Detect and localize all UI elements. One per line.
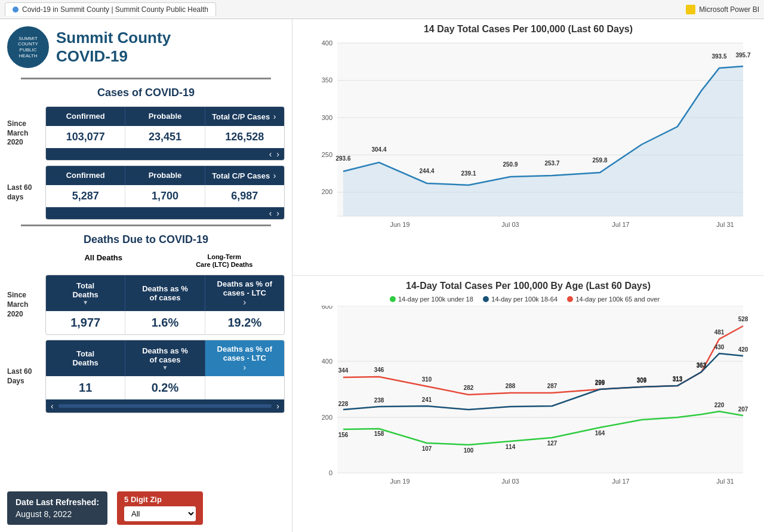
legend-under18: 14-day per 100k under 18	[390, 296, 473, 303]
powerbi-icon	[686, 5, 695, 14]
svg-text:313: 313	[673, 376, 683, 383]
nav-next-60[interactable]: ›	[274, 208, 282, 218]
ltc-scroll-btn-60[interactable]: ›	[242, 362, 247, 372]
confirmed-since-val: 103,077	[46, 126, 125, 148]
svg-text:244.4: 244.4	[419, 168, 434, 174]
legend-18-64: 14-day per 100k 18-64	[483, 296, 557, 303]
chart1-svg: 400 350 300 250 200 Jun 19 Jul 03 Jul 17…	[302, 37, 754, 228]
svg-text:207: 207	[738, 406, 748, 413]
total-deaths-60-val: 11	[46, 376, 125, 399]
legend-under18-dot	[390, 296, 396, 302]
chart1-title: 14 Day Total Cases Per 100,000 (Last 60 …	[302, 24, 754, 35]
deaths-pct-since-val: 1.6%	[125, 311, 205, 334]
svg-text:164: 164	[595, 430, 605, 436]
svg-text:Jun 19: Jun 19	[390, 221, 409, 228]
legend-18-64-label: 14-day per 100k 18-64	[491, 296, 557, 303]
nav-prev-since[interactable]: ‹	[267, 149, 275, 159]
svg-text:310: 310	[422, 376, 432, 383]
svg-text:287: 287	[547, 383, 557, 389]
col-scroll-btn[interactable]: ›	[272, 112, 278, 121]
ltc-nav-row: ‹ ›	[46, 399, 284, 413]
chart2-container: 14-Day Total Cases Per 100,000 By Age (L…	[292, 276, 764, 532]
left-panel: SUMMITCOUNTYPUBLICHEALTH Summit County C…	[0, 19, 292, 532]
svg-text:239.1: 239.1	[461, 170, 476, 177]
svg-rect-26	[337, 306, 743, 473]
svg-text:250: 250	[322, 151, 332, 158]
col-total-cp-60: Total C/P Cases ›	[205, 166, 284, 185]
svg-text:200: 200	[322, 414, 332, 421]
svg-text:250.9: 250.9	[503, 161, 517, 168]
svg-text:309: 309	[637, 377, 647, 384]
svg-text:253.7: 253.7	[544, 160, 559, 167]
svg-text:107: 107	[422, 445, 432, 452]
powerbi-tab: Microsoft Power BI	[686, 5, 759, 14]
svg-text:220: 220	[714, 402, 725, 408]
all-deaths-label: All Deaths	[43, 253, 164, 269]
nav-prev-60[interactable]: ‹	[267, 208, 275, 218]
last60-deaths-label: Last 60Days	[7, 340, 43, 413]
svg-text:156: 156	[338, 432, 349, 438]
total-cp-since-val: 126,528	[205, 126, 284, 148]
browser-tab[interactable]: Covid-19 in Summit County | Summit Count…	[5, 2, 216, 16]
date-value: August 8, 2022	[16, 509, 99, 519]
svg-text:238: 238	[374, 397, 384, 404]
svg-text:600: 600	[322, 306, 332, 310]
cases-header-row-60: Confirmed Probable Total C/P Cases ›	[46, 166, 284, 185]
svg-text:350: 350	[322, 76, 332, 84]
last60-deaths-row: Last 60Days TotalDeaths Deaths as %of ca…	[7, 340, 285, 413]
svg-text:Jul 03: Jul 03	[501, 478, 519, 485]
ltc-next-btn[interactable]: ›	[274, 401, 282, 411]
deaths-values-60: 11 0.2%	[46, 376, 284, 399]
legend-65plus-label: 14-day per 100k 65 and over	[575, 296, 660, 303]
probable-since-val: 23,451	[125, 126, 205, 148]
deaths-pct-ltc-60-header: Deaths as % ofcases - LTC ›	[205, 340, 284, 376]
col-scroll-btn-60[interactable]: ›	[272, 171, 278, 180]
main-content: SUMMITCOUNTYPUBLICHEALTH Summit County C…	[0, 19, 764, 532]
tab-label: Covid-19 in Summit County | Summit Count…	[22, 5, 208, 14]
deaths-pct-60-val: 0.2%	[125, 376, 205, 399]
chart2-legend: 14-day per 100k under 18 14-day per 100k…	[302, 294, 754, 305]
svg-text:Jul 31: Jul 31	[716, 221, 734, 228]
zip-select[interactable]: All	[124, 506, 196, 521]
svg-text:114: 114	[506, 444, 516, 450]
deaths-col-labels: All Deaths Long-TermCare (LTC) Deaths	[43, 253, 285, 269]
ltc-prev-btn[interactable]: ‹	[48, 401, 56, 411]
ltc-scroll-btn[interactable]: ›	[242, 297, 247, 307]
right-panel: 14 Day Total Cases Per 100,000 (Last 60 …	[292, 19, 764, 532]
bottom-bar: Date Last Refreshed: August 8, 2022 5 Di…	[7, 487, 285, 525]
svg-text:400: 400	[322, 358, 332, 365]
svg-text:400: 400	[322, 39, 332, 47]
svg-text:393.5: 393.5	[711, 53, 726, 60]
since-label: SinceMarch2020	[7, 106, 43, 161]
svg-text:Jun 19: Jun 19	[390, 478, 409, 485]
svg-text:430: 430	[714, 344, 725, 350]
svg-text:Jul 17: Jul 17	[612, 478, 629, 485]
legend-under18-label: 14-day per 100k under 18	[398, 296, 473, 303]
svg-text:228: 228	[338, 401, 349, 407]
nav-next-since[interactable]: ›	[274, 149, 282, 159]
date-label: Date Last Refreshed:	[16, 497, 99, 507]
svg-text:300: 300	[322, 114, 332, 121]
powerbi-label: Microsoft Power BI	[699, 5, 759, 14]
zip-container: 5 Digit Zip All	[117, 491, 203, 525]
svg-text:100: 100	[464, 447, 474, 454]
svg-text:158: 158	[374, 430, 384, 437]
nav-row-since: ‹ ›	[46, 148, 284, 160]
header-area: SUMMITCOUNTYPUBLICHEALTH Summit County C…	[7, 26, 285, 73]
since-cases-row: SinceMarch2020 Confirmed Probable Total …	[7, 106, 285, 161]
nav-row-60: ‹ ›	[46, 207, 284, 219]
deaths-values-since: 1,977 1.6% 19.2%	[46, 311, 284, 334]
svg-text:288: 288	[506, 383, 516, 389]
col-probable-60: Probable	[125, 166, 205, 185]
divider	[21, 78, 271, 79]
since-deaths-table: TotalDeaths ▼ Deaths as %of cases Deaths…	[45, 275, 285, 335]
cases-section-title: Cases of COVID-19	[7, 87, 285, 99]
svg-text:241: 241	[422, 396, 432, 403]
zip-label: 5 Digit Zip	[124, 495, 196, 504]
chart2-title: 14-Day Total Cases Per 100,000 By Age (L…	[302, 281, 754, 291]
total-deaths-header: TotalDeaths ▼	[46, 275, 125, 311]
total-deaths-60-header: TotalDeaths	[46, 340, 125, 376]
total-deaths-since-val: 1,977	[46, 311, 125, 334]
scroll-bar[interactable]	[58, 404, 272, 408]
legend-65plus-dot	[567, 296, 573, 302]
